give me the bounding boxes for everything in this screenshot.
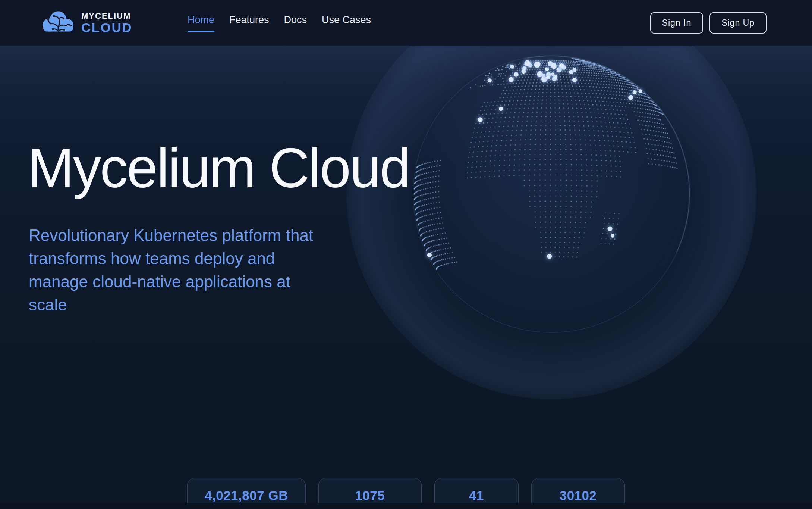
brand-line2: CLOUD [81,21,132,34]
auth-buttons: Sign In Sign Up [650,12,767,34]
brand-logo[interactable]: MYCELIUM CLOUD [40,10,132,36]
sign-up-button[interactable]: Sign Up [709,12,767,34]
stat-value: 41 [469,488,484,503]
stat-value: 4,021,807 GB [205,488,288,503]
hero-title: Mycelium Cloud [28,139,410,198]
bottom-section-edge [0,503,812,509]
stat-value: 1075 [355,488,385,503]
nav-item-features[interactable]: Features [229,14,269,32]
nav-item-use-cases[interactable]: Use Cases [322,14,371,32]
brand-line1: MYCELIUM [81,12,132,20]
nav-item-home[interactable]: Home [188,14,214,32]
nav-item-docs[interactable]: Docs [284,14,307,32]
main-nav: Home Features Docs Use Cases [188,14,371,32]
brand-wordmark: MYCELIUM CLOUD [81,12,132,34]
globe-canvas [395,37,708,351]
globe-visualization [346,0,756,399]
landing-page: MYCELIUM CLOUD Home Features Docs Use Ca… [0,0,812,509]
stat-value: 30102 [560,488,597,503]
cloud-mycelium-logo-icon [40,10,76,36]
hero-subtitle: Revolutionary Kubernetes platform that t… [29,224,313,316]
navbar: MYCELIUM CLOUD Home Features Docs Use Ca… [0,0,812,46]
sign-in-button[interactable]: Sign In [650,12,704,34]
hero-section: Mycelium Cloud Revolutionary Kubernetes … [0,46,812,509]
